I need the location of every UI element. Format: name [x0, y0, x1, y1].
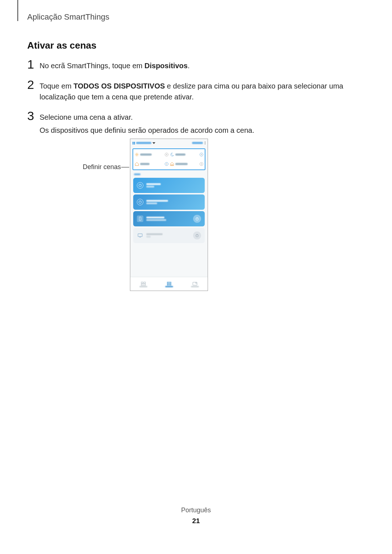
nav-devices [165, 281, 173, 287]
svg-rect-16 [138, 234, 142, 237]
step-3: 3 Selecione uma cena a ativar. Os dispos… [27, 110, 361, 138]
svg-rect-21 [144, 282, 146, 283]
dashboard-icon [141, 281, 146, 285]
section-label-blurred [130, 172, 208, 176]
phone-bottom-nav [130, 277, 208, 291]
scene-item [170, 160, 204, 168]
step-2: 2 Toque em TODOS OS DISPOSITIVOS e desli… [27, 78, 361, 104]
scene-label-blurred [140, 153, 152, 156]
power-icon [193, 215, 201, 223]
top-left-group [132, 142, 155, 144]
header-rule [17, 0, 18, 21]
footer-language: Português [0, 506, 392, 514]
step-text: No ecrã SmartThings, toque em [40, 62, 144, 70]
device-card [133, 194, 205, 210]
scene-item [170, 151, 204, 159]
scene-label-blurred [175, 163, 188, 165]
power-icon [193, 231, 201, 239]
ac-icon [137, 216, 143, 222]
step-text: Os dispositivos que definiu serão operad… [40, 125, 254, 136]
header-app-name: Aplicação SmartThings [27, 12, 109, 22]
step-text: Selecione uma cena a ativar. [40, 112, 254, 123]
step-number: 3 [27, 110, 40, 122]
nav-label-blurred [165, 286, 173, 287]
device-card [133, 228, 205, 243]
automation-icon [192, 281, 197, 285]
play-icon [200, 162, 203, 166]
tv-icon [137, 232, 143, 239]
svg-rect-22 [141, 284, 146, 286]
svg-rect-13 [139, 217, 141, 221]
nav-dashboard [139, 281, 147, 287]
more-menu-icon [205, 141, 205, 144]
card-text-group [146, 233, 163, 238]
svg-line-7 [135, 156, 136, 156]
hub-icon [137, 199, 143, 205]
steps-list: 1 No ecrã SmartThings, toque em Disposit… [27, 54, 361, 143]
device-card [133, 178, 205, 193]
svg-rect-23 [167, 282, 171, 283]
step-bold: Dispositivos [144, 62, 188, 70]
svg-line-5 [135, 153, 136, 153]
card-text-group [146, 200, 168, 204]
callout-label: Definir cenas [83, 163, 121, 171]
device-card [133, 211, 205, 226]
step-text: Toque em [40, 82, 73, 90]
scene-label-blurred [175, 153, 185, 156]
footer-page-number: 21 [0, 517, 392, 525]
step-text: . [188, 62, 190, 70]
step-1: 1 No ecrã SmartThings, toque em Disposit… [27, 58, 361, 73]
moon-icon [170, 152, 174, 157]
nav-label-blurred [139, 286, 147, 287]
scene-label-blurred [140, 163, 150, 165]
step-number: 2 [27, 78, 40, 91]
step-number: 1 [27, 58, 40, 70]
hub-icon [137, 182, 143, 189]
card-text-group [146, 217, 166, 221]
callout-line [121, 167, 129, 168]
svg-rect-20 [141, 282, 143, 283]
phone-mockup [130, 139, 208, 291]
nav-automations [191, 281, 199, 287]
step-body: No ecrã SmartThings, toque em Dispositiv… [40, 58, 190, 73]
svg-rect-26 [193, 282, 197, 285]
svg-line-6 [138, 156, 138, 156]
scene-item [135, 151, 168, 159]
step-body: Toque em TODOS OS DISPOSITIVOS e deslize… [40, 78, 361, 104]
home-in-icon [170, 162, 174, 166]
scene-item [135, 160, 168, 168]
section-title: Ativar as cenas [27, 40, 97, 51]
svg-rect-25 [167, 284, 171, 285]
svg-point-27 [195, 282, 197, 283]
phone-top-bar [130, 139, 208, 147]
sun-icon [135, 152, 139, 157]
step-bold: TODOS OS DISPOSITIVOS [73, 82, 165, 90]
step-body: Selecione uma cena a ativar. Os disposit… [40, 110, 254, 138]
apps-grid-icon [132, 142, 135, 144]
card-text-group [146, 183, 161, 188]
chevron-down-icon [152, 142, 155, 144]
play-icon [165, 153, 168, 156]
dropdown-text-blurred [136, 142, 151, 144]
svg-rect-24 [167, 283, 171, 284]
svg-point-0 [136, 154, 138, 155]
devices-list-icon [167, 281, 172, 285]
top-right-group [192, 141, 205, 144]
scenes-panel [132, 148, 205, 170]
nav-label-blurred [191, 286, 199, 287]
play-icon [200, 153, 203, 156]
action-text-blurred [192, 142, 203, 144]
play-icon [165, 162, 168, 166]
figure-area: Definir cenas [0, 139, 392, 295]
home-out-icon [135, 162, 139, 166]
svg-line-8 [138, 153, 138, 153]
